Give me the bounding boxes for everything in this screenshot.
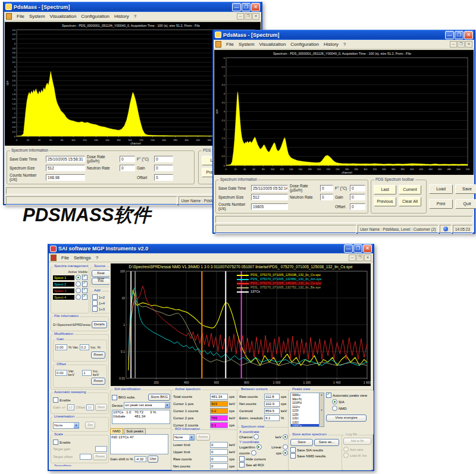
save-button[interactable]: Save xyxy=(455,184,476,194)
view-energies-button[interactable]: View energies xyxy=(326,415,367,422)
see-all-roi-checkbox[interactable] xyxy=(239,462,245,467)
active-radio[interactable] xyxy=(76,294,81,300)
titlebar[interactable]: PdsMass - [Spectrum] ― ❐ ✕ xyxy=(4,2,261,12)
file-button[interactable]: File xyxy=(92,278,109,285)
sweeping-enable-checkbox[interactable] xyxy=(53,397,58,403)
print-button[interactable]: Print xyxy=(429,199,453,209)
bkg-subs-checkbox[interactable] xyxy=(112,395,117,400)
chevron-down-icon[interactable]: ▼ xyxy=(74,423,79,428)
add-1-4-checkbox[interactable] xyxy=(92,300,98,306)
mdi-restore-icon[interactable]: ❐ xyxy=(458,41,465,48)
menu-help[interactable]: ? xyxy=(343,42,346,47)
visible-checkbox[interactable] xyxy=(82,288,87,293)
linear-radio[interactable] xyxy=(283,444,288,450)
add-1-3-checkbox[interactable] xyxy=(92,306,98,312)
scale-enable-checkbox[interactable] xyxy=(53,440,58,445)
tab-nmd[interactable]: NMD xyxy=(110,428,123,434)
previous-button[interactable]: Previous xyxy=(374,197,396,206)
quit-button[interactable]: Quit xyxy=(455,199,476,209)
mdi-restore-icon[interactable]: ❐ xyxy=(245,13,252,20)
gain-spinner[interactable]: 0.00 xyxy=(55,344,67,350)
mdi-minimize-icon[interactable]: ─ xyxy=(450,41,457,48)
mdi-minimize-icon[interactable]: ─ xyxy=(237,13,244,20)
menu-history[interactable]: History xyxy=(324,42,339,47)
clear-all-button[interactable]: Clear All xyxy=(399,197,421,206)
load-offline-radio xyxy=(343,453,349,458)
cps-radio[interactable] xyxy=(283,450,288,456)
kev-radio[interactable] xyxy=(283,434,288,440)
close-button[interactable]: ✕ xyxy=(251,3,260,11)
active-radio[interactable] xyxy=(76,275,81,280)
nmd-chart-area[interactable]: 1001010.10.012004006008001 0001 2001 400… xyxy=(111,263,371,386)
offset-reset-button[interactable]: Reset xyxy=(91,378,105,385)
close-button[interactable]: ✕ xyxy=(464,31,473,39)
menu-system[interactable]: System xyxy=(239,42,255,47)
hide-cursors-checkbox[interactable] xyxy=(239,456,245,462)
roi-select[interactable]: None▼ xyxy=(173,434,195,441)
visible-checkbox[interactable] xyxy=(82,275,87,280)
titlebar[interactable]: PdsMass - [Spectrum] ― ❐ ✕ xyxy=(214,30,474,40)
linearisation-select[interactable]: None▼ xyxy=(53,422,79,429)
logarithm-radio[interactable] xyxy=(256,444,262,450)
mdi-close-icon[interactable]: ✕ xyxy=(364,255,371,261)
menu-help[interactable]: ? xyxy=(134,14,136,19)
list-item-selected[interactable]: 137Cs xyxy=(291,424,320,427)
details-button[interactable]: Details xyxy=(92,321,107,328)
save-sia-results-checkbox[interactable] xyxy=(290,447,296,453)
sia-radio[interactable] xyxy=(332,399,337,404)
menu-settings[interactable]: Settings xyxy=(74,255,91,260)
menu-system[interactable]: System xyxy=(29,14,45,19)
gain-reset-button[interactable]: Reset xyxy=(91,351,105,359)
restore-button[interactable]: ❐ xyxy=(353,244,362,253)
close-button[interactable]: ✕ xyxy=(363,244,372,253)
gain-inc-input[interactable]: 0.2 xyxy=(80,344,89,350)
titlebar[interactable]: SAI software MGP Instruments v2.0 ― ❐ ✕ xyxy=(49,244,373,253)
store-bkg-button[interactable]: Store BKG xyxy=(148,394,170,401)
menu-file[interactable]: File xyxy=(226,42,234,47)
automatic-peaks-checkbox[interactable] xyxy=(326,393,331,398)
menu-file[interactable]: File xyxy=(61,255,69,260)
device-select[interactable]: on peak net area▼ xyxy=(124,402,170,409)
menu-configuration[interactable]: Configuration xyxy=(290,42,319,47)
chevron-down-icon[interactable]: ▼ xyxy=(189,435,194,440)
channel-radio[interactable] xyxy=(253,434,259,440)
mdi-minimize-icon[interactable]: ─ xyxy=(349,255,356,261)
minimize-button[interactable]: ― xyxy=(232,3,241,11)
active-radio[interactable] xyxy=(76,288,81,293)
offset-inc-input[interactable]: 1 xyxy=(82,370,92,376)
lower-limit-value[interactable]: 0 xyxy=(210,442,228,448)
menu-file[interactable]: File xyxy=(17,14,24,19)
menu-configuration[interactable]: Configuration xyxy=(81,14,109,19)
mdi-close-icon[interactable]: ✕ xyxy=(465,41,472,48)
scrollbar[interactable]: ▲▼ xyxy=(319,393,324,426)
real-time-button[interactable]: Real time xyxy=(92,270,109,277)
save-nmd-results-checkbox[interactable] xyxy=(290,453,296,459)
active-radio[interactable] xyxy=(76,281,81,287)
chevron-down-icon[interactable]: ▼ xyxy=(165,403,170,408)
last-button[interactable]: Last xyxy=(374,185,396,194)
load-button[interactable]: Load xyxy=(429,184,453,194)
menu-help[interactable]: ? xyxy=(96,255,98,260)
menu-visualization[interactable]: Visualization xyxy=(259,42,286,47)
add-1-2-checkbox[interactable] xyxy=(92,294,98,300)
visible-checkbox[interactable] xyxy=(82,281,87,287)
minimize-button[interactable]: ― xyxy=(445,31,454,39)
current-button[interactable]: Current xyxy=(399,185,421,194)
peaks-listbox[interactable]: 99Mo 99mTc 103Pd 111In 123I 125I 131I 13… xyxy=(290,393,324,427)
counts-radio[interactable] xyxy=(251,450,256,456)
menu-history[interactable]: History xyxy=(114,14,129,19)
menu-visualization[interactable]: Visualization xyxy=(50,14,77,19)
mdi-restore-icon[interactable]: ❐ xyxy=(356,255,364,261)
mdi-close-icon[interactable]: ✕ xyxy=(252,13,259,20)
save-as-button[interactable]: Save as... xyxy=(314,439,339,446)
save-button[interactable]: Save xyxy=(290,439,313,446)
restore-button[interactable]: ❐ xyxy=(455,31,464,39)
upper-limit-value[interactable]: 0 xyxy=(210,449,228,455)
tab-sub-peaks[interactable]: Sub peaks xyxy=(124,428,145,434)
offset-spinner[interactable]: 0.00 xyxy=(55,370,67,376)
nmd-radio[interactable] xyxy=(332,406,337,411)
visible-checkbox[interactable] xyxy=(82,294,87,300)
restore-button[interactable]: ❐ xyxy=(242,3,250,11)
use-button[interactable]: Use xyxy=(148,456,159,463)
minimize-button[interactable]: ― xyxy=(344,244,353,253)
